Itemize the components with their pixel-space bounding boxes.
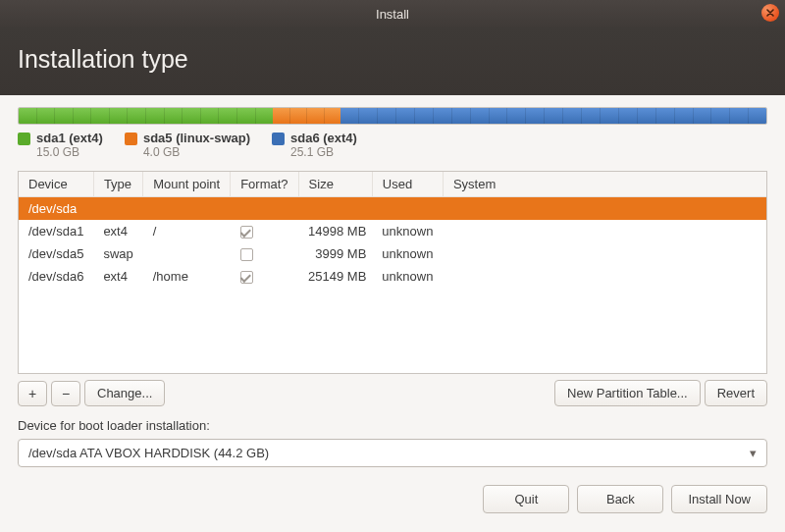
cell-format [231, 265, 298, 288]
legend-size: 15.0 GB [36, 145, 103, 159]
legend-name: sda1 (ext4) [36, 131, 103, 145]
cell-device: /dev/sda6 [19, 265, 93, 288]
format-checkbox[interactable] [240, 271, 253, 284]
usage-seg-sda6 [340, 108, 766, 124]
cell-mount [143, 197, 231, 221]
bootloader-label: Device for boot loader installation: [18, 418, 767, 433]
cell-size: 14998 MB [298, 220, 372, 242]
cell-size [298, 197, 372, 221]
cell-type: swap [93, 242, 142, 265]
partition-toolbar: + − Change... New Partition Table... Rev… [18, 380, 767, 406]
cell-device: /dev/sda1 [19, 220, 93, 242]
content: sda1 (ext4) 15.0 GB sda5 (linux-swap) 4.… [0, 95, 785, 531]
cell-mount [143, 242, 231, 265]
table-row[interactable]: /dev/sda5swap3999 MBunknown [19, 242, 766, 265]
legend-item-sda1: sda1 (ext4) 15.0 GB [18, 131, 103, 159]
cell-format [231, 220, 298, 242]
usage-seg-sda1 [19, 108, 273, 124]
legend-name: sda6 (ext4) [290, 131, 357, 145]
col-used[interactable]: Used [372, 172, 443, 197]
table-row[interactable]: /dev/sda6ext4/home25149 MBunknown [19, 265, 766, 288]
legend-item-sda6: sda6 (ext4) 25.1 GB [272, 131, 357, 159]
cell-format [231, 197, 298, 221]
cell-used: unknown [372, 242, 443, 265]
legend-swatch [272, 133, 285, 145]
add-partition-button[interactable]: + [18, 381, 47, 406]
col-format[interactable]: Format? [231, 172, 298, 197]
back-button[interactable]: Back [577, 485, 663, 513]
col-type[interactable]: Type [93, 172, 142, 197]
titlebar: Install [0, 0, 785, 27]
change-partition-button[interactable]: Change... [84, 380, 165, 406]
cell-type [93, 197, 142, 221]
bootloader-device-value: /dev/sda ATA VBOX HARDDISK (44.2 GB) [28, 446, 750, 460]
col-size[interactable]: Size [298, 172, 372, 197]
legend-size: 4.0 GB [143, 145, 250, 159]
header: Installation type [0, 27, 785, 95]
chevron-down-icon: ▾ [750, 446, 757, 460]
install-now-button[interactable]: Install Now [671, 485, 767, 513]
footer: Quit Back Install Now [18, 485, 767, 513]
cell-type: ext4 [93, 220, 142, 242]
cell-size: 3999 MB [298, 242, 372, 265]
format-checkbox[interactable] [240, 226, 253, 239]
revert-button[interactable]: Revert [705, 380, 767, 406]
col-device[interactable]: Device [19, 172, 93, 197]
close-button[interactable] [761, 4, 779, 22]
bootloader-device-select[interactable]: /dev/sda ATA VBOX HARDDISK (44.2 GB) ▾ [18, 439, 767, 467]
col-mount[interactable]: Mount point [143, 172, 231, 197]
table-row[interactable]: /dev/sda1ext4/14998 MBunknown [19, 220, 766, 242]
legend-swatch [125, 133, 137, 145]
partition-table[interactable]: Device Type Mount point Format? Size Use… [18, 171, 767, 374]
disk-usage-bar [18, 107, 767, 125]
quit-button[interactable]: Quit [483, 485, 569, 513]
cell-used [372, 197, 443, 221]
usage-seg-sda5 [273, 108, 340, 124]
cell-used: unknown [372, 265, 443, 288]
cell-device: /dev/sda5 [19, 242, 93, 265]
cell-type: ext4 [93, 265, 142, 288]
table-row[interactable]: /dev/sda [19, 197, 766, 221]
col-system[interactable]: System [443, 172, 766, 197]
cell-format [231, 242, 298, 265]
legend-name: sda5 (linux-swap) [143, 131, 250, 145]
remove-partition-button[interactable]: − [51, 381, 80, 406]
legend-swatch [18, 133, 30, 145]
cell-system [443, 265, 766, 288]
format-checkbox[interactable] [240, 248, 253, 261]
cell-size: 25149 MB [298, 265, 372, 288]
table-header-row: Device Type Mount point Format? Size Use… [19, 172, 766, 197]
cell-mount: / [143, 220, 231, 242]
cell-device: /dev/sda [19, 197, 93, 221]
page-title: Installation type [18, 45, 767, 74]
new-partition-table-button[interactable]: New Partition Table... [554, 380, 701, 406]
cell-system [443, 242, 766, 265]
legend: sda1 (ext4) 15.0 GB sda5 (linux-swap) 4.… [18, 131, 767, 159]
cell-system [443, 197, 766, 221]
close-icon [766, 9, 774, 17]
legend-item-sda5: sda5 (linux-swap) 4.0 GB [125, 131, 250, 159]
cell-system [443, 220, 766, 242]
window-title: Install [376, 7, 409, 22]
cell-mount: /home [143, 265, 231, 288]
cell-used: unknown [372, 220, 443, 242]
legend-size: 25.1 GB [290, 145, 357, 159]
